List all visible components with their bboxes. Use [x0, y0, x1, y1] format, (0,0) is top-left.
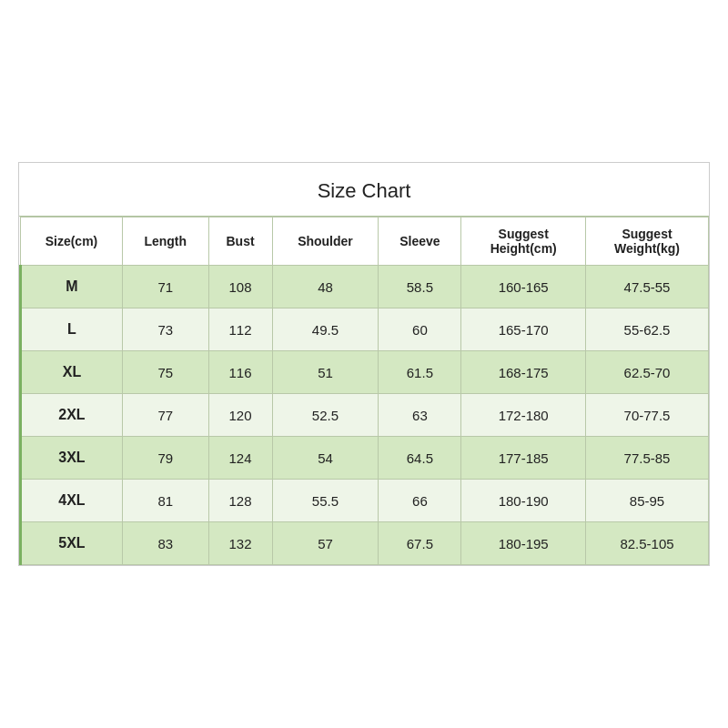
cell-sleeve-5: 66 [379, 480, 461, 522]
size-chart-table: Size(cm)LengthBustShoulderSleeveSuggestH… [19, 217, 709, 565]
cell-length-0: 71 [122, 266, 208, 308]
cell-sleeve-4: 64.5 [379, 437, 461, 480]
cell-size-5: 4XL [21, 480, 123, 522]
column-header-sleeve: Sleeve [379, 217, 461, 266]
cell-suggest_weight-1: 55-62.5 [586, 308, 709, 351]
cell-size-6: 5XL [21, 522, 123, 565]
cell-suggest_height-4: 177-185 [461, 437, 586, 480]
table-header-row: Size(cm)LengthBustShoulderSleeveSuggestH… [21, 217, 709, 266]
table-row: XL751165161.5168-17562.5-70 [21, 351, 709, 394]
cell-shoulder-1: 49.5 [272, 308, 379, 351]
cell-size-2: XL [21, 351, 123, 394]
cell-suggest_height-2: 168-175 [461, 351, 586, 394]
cell-bust-2: 116 [208, 351, 272, 394]
chart-title: Size Chart [19, 163, 709, 217]
cell-bust-4: 124 [208, 437, 272, 480]
cell-bust-1: 112 [208, 308, 272, 351]
table-row: 3XL791245464.5177-18577.5-85 [21, 437, 709, 480]
column-header-bust: Bust [208, 217, 272, 266]
table-row: 2XL7712052.563172-18070-77.5 [21, 394, 709, 437]
cell-shoulder-4: 54 [272, 437, 379, 480]
cell-suggest_weight-6: 82.5-105 [586, 522, 709, 565]
column-header-length: Length [122, 217, 208, 266]
column-header-suggest_height: SuggestHeight(cm) [461, 217, 586, 266]
cell-bust-5: 128 [208, 480, 272, 522]
cell-bust-0: 108 [208, 266, 272, 308]
cell-shoulder-0: 48 [272, 266, 379, 308]
table-row: 5XL831325767.5180-19582.5-105 [21, 522, 709, 565]
cell-length-2: 75 [122, 351, 208, 394]
cell-size-0: M [21, 266, 123, 308]
cell-suggest_height-0: 160-165 [461, 266, 586, 308]
cell-length-6: 83 [122, 522, 208, 565]
cell-suggest_height-5: 180-190 [461, 480, 586, 522]
cell-suggest_weight-2: 62.5-70 [586, 351, 709, 394]
cell-sleeve-6: 67.5 [379, 522, 461, 565]
cell-bust-3: 120 [208, 394, 272, 437]
cell-shoulder-6: 57 [272, 522, 379, 565]
cell-suggest_height-3: 172-180 [461, 394, 586, 437]
size-chart-container: Size Chart Size(cm)LengthBustShoulderSle… [18, 162, 710, 566]
cell-size-3: 2XL [21, 394, 123, 437]
cell-shoulder-2: 51 [272, 351, 379, 394]
cell-size-4: 3XL [21, 437, 123, 480]
cell-suggest_height-6: 180-195 [461, 522, 586, 565]
cell-shoulder-3: 52.5 [272, 394, 379, 437]
cell-sleeve-2: 61.5 [379, 351, 461, 394]
cell-suggest_weight-0: 47.5-55 [586, 266, 709, 308]
table-row: L7311249.560165-17055-62.5 [21, 308, 709, 351]
cell-size-1: L [21, 308, 123, 351]
cell-suggest_weight-3: 70-77.5 [586, 394, 709, 437]
table-row: 4XL8112855.566180-19085-95 [21, 480, 709, 522]
cell-length-1: 73 [122, 308, 208, 351]
column-header-size: Size(cm) [21, 217, 123, 266]
cell-sleeve-3: 63 [379, 394, 461, 437]
cell-length-4: 79 [122, 437, 208, 480]
table-row: M711084858.5160-16547.5-55 [21, 266, 709, 308]
cell-suggest_weight-4: 77.5-85 [586, 437, 709, 480]
column-header-suggest_weight: SuggestWeight(kg) [586, 217, 709, 266]
cell-suggest_weight-5: 85-95 [586, 480, 709, 522]
cell-length-3: 77 [122, 394, 208, 437]
cell-sleeve-1: 60 [379, 308, 461, 351]
cell-suggest_height-1: 165-170 [461, 308, 586, 351]
cell-bust-6: 132 [208, 522, 272, 565]
column-header-shoulder: Shoulder [272, 217, 379, 266]
cell-sleeve-0: 58.5 [379, 266, 461, 308]
cell-length-5: 81 [122, 480, 208, 522]
cell-shoulder-5: 55.5 [272, 480, 379, 522]
